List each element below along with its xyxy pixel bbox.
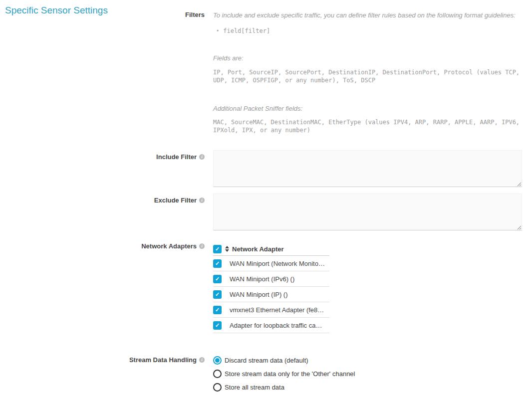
additional-fields-heading: Additional Packet Sniffer fields: [213,104,522,113]
exclude-filter-section: Exclude Filter [0,194,522,230]
adapter-row: WAN Miniport (IPv6) () [213,271,329,287]
sensor-settings-form: Filters To include and exclude specific … [0,0,532,397]
network-adapters-label: Network Adapters [141,242,197,250]
radio-label-store-all[interactable]: Store all stream data [225,384,284,391]
adapter-column-header[interactable]: Network Adapter [232,245,284,253]
additional-fields-list: MAC, SourceMAC, DestinationMAC, EtherTyp… [213,118,522,134]
sort-down-arrow-icon [225,249,229,252]
fields-list: IP, Port, SourceIP, SourcePort, Destinat… [213,68,522,84]
adapter-checkbox[interactable] [213,306,222,314]
include-filter-label-col: Include Filter [0,150,205,161]
radio-button-store-all[interactable] [213,383,222,392]
adapter-checkbox[interactable] [213,259,222,268]
stream-data-handling-label: Stream Data Handling [129,356,197,364]
network-adapters-label-col: Network Adapters [0,242,205,250]
sort-icon[interactable] [225,246,229,252]
stream-data-handling-section: Stream Data Handling Discard stream data… [0,356,522,397]
filters-intro-text: To include and exclude specific traffic,… [213,11,522,19]
exclude-filter-label-col: Exclude Filter [0,194,205,204]
adapter-row: WAN Miniport (IP) () [213,287,329,302]
page-title: Specific Sensor Settings [5,5,108,16]
network-adapters-section: Network Adapters Network Adapter WAN Min… [0,242,522,333]
filter-format-list: field[filter] [213,27,522,35]
stream-data-handling-info-icon[interactable] [199,357,205,363]
adapter-row: vmxnet3 Ethernet Adapter (fe8… [213,302,329,318]
radio-option-store-all: Store all stream data [213,383,522,392]
adapter-row-label: WAN Miniport (IP) () [230,291,288,298]
filters-help: To include and exclude specific traffic,… [213,11,522,134]
exclude-filter-input[interactable] [213,194,522,230]
sort-up-arrow-icon [225,246,229,248]
filter-format-example: field[filter] [213,27,522,35]
include-filter-section: Include Filter [0,150,522,187]
radio-option-store-other: Store stream data only for the 'Other' c… [213,370,522,378]
radio-button-store-other[interactable] [213,370,222,378]
adapter-table-header: Network Adapter [213,242,329,256]
network-adapter-table: Network Adapter WAN Miniport (Network Mo… [213,242,329,333]
select-all-checkbox[interactable] [213,245,222,253]
network-adapters-info-icon[interactable] [199,243,205,249]
adapter-row-label: WAN Miniport (Network Monito… [230,260,325,267]
filters-section: Filters To include and exclude specific … [0,11,522,134]
include-filter-info-icon[interactable] [199,154,205,160]
include-filter-input[interactable] [213,150,522,187]
radio-option-discard: Discard stream data (default) [213,356,522,365]
filters-label: Filters [185,11,205,18]
adapter-row: Adapter for loopback traffic ca… [213,318,329,333]
adapter-row-label: vmxnet3 Ethernet Adapter (fe8… [230,306,324,314]
radio-button-discard[interactable] [213,356,222,365]
exclude-filter-label: Exclude Filter [154,197,197,204]
adapter-row-label: WAN Miniport (IPv6) () [230,275,294,283]
radio-label-discard[interactable]: Discard stream data (default) [225,357,308,364]
adapter-checkbox[interactable] [213,290,222,299]
adapter-checkbox[interactable] [213,321,222,330]
adapter-row: WAN Miniport (Network Monito… [213,256,329,271]
fields-heading: Fields are: [213,54,522,62]
exclude-filter-info-icon[interactable] [199,198,205,203]
include-filter-label: Include Filter [156,153,197,161]
adapter-row-label: Adapter for loopback traffic ca… [230,322,322,329]
radio-label-store-other[interactable]: Store stream data only for the 'Other' c… [225,370,355,378]
adapter-checkbox[interactable] [213,275,222,283]
stream-data-handling-label-col: Stream Data Handling [0,356,205,364]
